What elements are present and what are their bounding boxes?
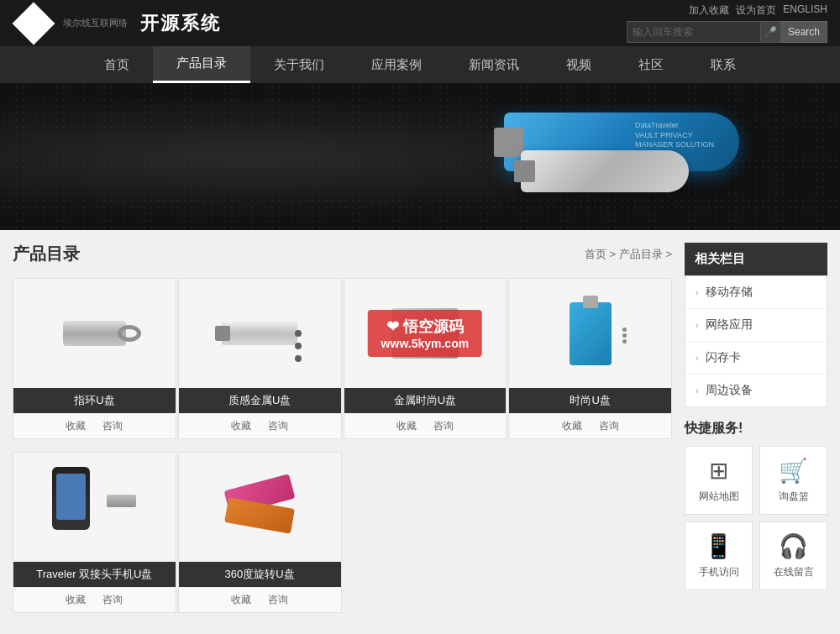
product-image-1 [179, 279, 341, 388]
product-actions-0: 收藏 咨询 [13, 413, 176, 438]
quick-item-inquiry[interactable]: 🛒 询盘篮 [759, 446, 827, 515]
link-english[interactable]: ENGLISH [783, 3, 827, 18]
product-inquiry-5[interactable]: 咨询 [268, 593, 288, 607]
product-inquiry-0[interactable]: 咨询 [102, 419, 123, 433]
product-inquiry-4[interactable]: 咨询 [102, 593, 123, 607]
sidebar-item-label-2: 闪存卡 [706, 350, 741, 365]
content-area: 产品目录 首页 > 产品目录 > 指环U盘 收藏 咨询 [13, 243, 672, 634]
quick-item-sitemap[interactable]: ⊞ 网站地图 [685, 446, 753, 515]
product-favorite-0[interactable]: 收藏 [66, 419, 86, 433]
search-bar: 🎤 Search [627, 21, 827, 43]
product-favorite-3[interactable]: 收藏 [562, 419, 582, 433]
quick-label-0: 网站地图 [699, 490, 739, 504]
product-label-2: 金属时尚U盘 [344, 388, 507, 413]
product-card-1: 质感金属U盘 收藏 咨询 [178, 278, 342, 439]
product-card-4: Traveler 双接头手机U盘 收藏 咨询 [13, 452, 176, 613]
sidebar-item-peripheral[interactable]: › 周边设备 [685, 375, 827, 406]
header: line 埃尔线互联网络 开源系统 加入收藏 设为首页 ENGLISH 🎤 Se… [0, 0, 840, 46]
product-label-0: 指环U盘 [13, 388, 176, 413]
arrow-icon-3: › [696, 385, 699, 396]
sidebar-item-network[interactable]: › 网络应用 [685, 309, 827, 342]
logo-sub-text: 埃尔线互联网络 [63, 17, 128, 29]
quick-item-mobile[interactable]: 📱 手机访问 [685, 521, 753, 590]
logo-box: line [13, 4, 55, 42]
sitemap-icon: ⊞ [709, 457, 728, 485]
related-title: 相关栏目 [685, 243, 827, 275]
nav-cases[interactable]: 应用案例 [348, 46, 445, 83]
link-home[interactable]: 设为首页 [736, 3, 776, 18]
related-categories: 相关栏目 › 移动存储 › 网络应用 › 闪存卡 › 周边设备 [685, 243, 827, 407]
navigation: 首页 产品目录 关于我们 应用案例 新闻资讯 视频 社区 联系 [0, 46, 840, 83]
product-grid-row2: Traveler 双接头手机U盘 收藏 咨询 360度旋转U盘 收藏 咨询 [13, 452, 672, 613]
nav-contact[interactable]: 联系 [687, 46, 759, 83]
watermark-line1: ❤ 悟空源码 [381, 317, 470, 337]
quick-services: 快捷服务! ⊞ 网站地图 🛒 询盘篮 📱 手机访问 🎧 在线留言 [685, 420, 827, 590]
product-inquiry-3[interactable]: 咨询 [599, 419, 619, 433]
logo-area: line 埃尔线互联网络 开源系统 [13, 4, 221, 42]
product-card-0: 指环U盘 收藏 咨询 [13, 278, 176, 439]
watermark-line2: www.5kym.com [381, 337, 470, 350]
product-label-3: 时尚U盘 [509, 388, 671, 413]
product-favorite-1[interactable]: 收藏 [231, 419, 251, 433]
nav-about[interactable]: 关于我们 [250, 46, 348, 83]
main-content: 产品目录 首页 > 产品目录 > 指环U盘 收藏 咨询 [0, 230, 840, 634]
product-actions-3: 收藏 咨询 [509, 413, 671, 438]
product-label-5: 360度旋转U盘 [179, 562, 341, 587]
product-inquiry-1[interactable]: 咨询 [268, 419, 288, 433]
sidebar-item-label-3: 周边设备 [706, 383, 753, 398]
related-items-list: › 移动存储 › 网络应用 › 闪存卡 › 周边设备 [685, 275, 827, 407]
product-grid-row1: 指环U盘 收藏 咨询 质感金属U盘 [13, 278, 672, 439]
arrow-icon-0: › [696, 287, 699, 297]
sidebar-item-storage[interactable]: › 移动存储 [685, 276, 827, 309]
product-actions-4: 收藏 咨询 [13, 587, 176, 612]
quick-label-3: 在线留言 [774, 565, 814, 579]
product-actions-1: 收藏 咨询 [179, 413, 341, 438]
nav-products[interactable]: 产品目录 [153, 46, 250, 83]
site-name: 开源系统 [140, 11, 221, 36]
quick-label-2: 手机访问 [699, 565, 739, 579]
arrow-icon-2: › [696, 353, 699, 363]
mic-icon: 🎤 [761, 21, 781, 43]
breadcrumb: 首页 > 产品目录 > [585, 247, 672, 262]
banner: DataTravelerVAULT PRIVACYMANAGER SOLUTIO… [0, 83, 840, 230]
quick-title: 快捷服务! [685, 420, 827, 438]
logo-line-text: line [19, 14, 48, 33]
product-label-4: Traveler 双接头手机U盘 [13, 562, 176, 587]
quick-grid: ⊞ 网站地图 🛒 询盘篮 📱 手机访问 🎧 在线留言 [685, 446, 827, 590]
nav-news[interactable]: 新闻资讯 [445, 46, 543, 83]
product-empty-6 [344, 452, 507, 613]
product-image-5 [179, 453, 341, 562]
header-links: 加入收藏 设为首页 ENGLISH [689, 3, 827, 18]
product-card-3: 时尚U盘 收藏 咨询 [508, 278, 672, 439]
product-card-5: 360度旋转U盘 收藏 咨询 [178, 452, 342, 613]
product-card-2: ❤ 悟空源码 www.5kym.com 金属时尚U盘 收藏 咨询 [344, 278, 507, 439]
product-actions-2: 收藏 咨询 [344, 413, 507, 438]
nav-home[interactable]: 首页 [81, 46, 153, 83]
product-favorite-5[interactable]: 收藏 [231, 593, 251, 607]
product-image-0 [13, 279, 176, 388]
search-button[interactable]: Search [781, 21, 827, 43]
logo-text: line [19, 14, 48, 33]
product-empty-7 [508, 452, 672, 613]
link-bookmark[interactable]: 加入收藏 [689, 3, 729, 18]
product-favorite-2[interactable]: 收藏 [396, 419, 417, 433]
pagination: 1 [13, 626, 672, 634]
sidebar-item-flash[interactable]: › 闪存卡 [685, 342, 827, 375]
watermark: ❤ 悟空源码 www.5kym.com [368, 310, 483, 357]
headset-icon: 🎧 [779, 532, 808, 560]
sidebar-item-label-1: 网络应用 [706, 317, 753, 333]
page-header: 产品目录 首页 > 产品目录 > [13, 243, 672, 265]
nav-video[interactable]: 视频 [543, 46, 615, 83]
search-input[interactable] [627, 21, 761, 43]
quick-label-1: 询盘篮 [779, 490, 809, 504]
product-inquiry-2[interactable]: 咨询 [433, 419, 454, 433]
quick-item-message[interactable]: 🎧 在线留言 [759, 521, 827, 590]
product-favorite-4[interactable]: 收藏 [66, 593, 86, 607]
mobile-icon: 📱 [704, 532, 733, 560]
sidebar-item-label-0: 移动存储 [706, 285, 753, 300]
product-image-3 [509, 279, 671, 388]
logo-sub-label: 埃尔线互联网络 [63, 17, 128, 29]
nav-community[interactable]: 社区 [615, 46, 687, 83]
product-actions-5: 收藏 咨询 [179, 587, 341, 612]
header-right: 加入收藏 设为首页 ENGLISH 🎤 Search [627, 3, 827, 43]
